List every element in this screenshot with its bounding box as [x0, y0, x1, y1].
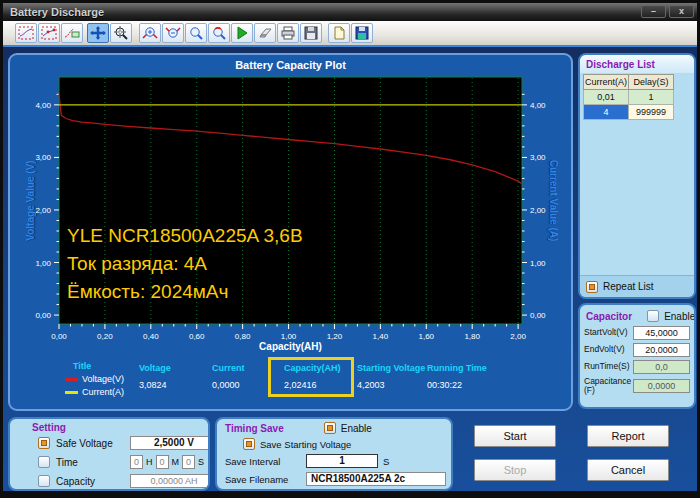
- save-filename-label: Save Filename: [225, 474, 301, 485]
- safe-voltage-field[interactable]: 2,5000 V: [130, 436, 210, 450]
- svg-text:1,20: 1,20: [327, 332, 343, 341]
- save-interval-label: Save Interval: [225, 456, 301, 467]
- voltage-legend-dash: [65, 378, 78, 381]
- zoom-out-icon[interactable]: [162, 23, 184, 43]
- zoom-window-icon[interactable]: [185, 23, 207, 43]
- close-button[interactable]: x: [669, 5, 694, 18]
- x-axis-label: Capacity(AH): [59, 341, 522, 352]
- legend-item-current: Current(A): [65, 387, 124, 397]
- runtime-field: 0,0: [633, 360, 690, 374]
- save-icon[interactable]: [300, 23, 322, 43]
- svg-text:Ток разряда: 4А: Ток разряда: 4А: [67, 253, 207, 274]
- capacity-label: Capacity: [56, 476, 124, 487]
- discharge-list-title: Discharge List: [580, 55, 694, 73]
- erase-icon[interactable]: [254, 23, 276, 43]
- save-interval-unit: S: [383, 456, 389, 467]
- cancel-button[interactable]: Cancel: [587, 459, 669, 481]
- safe-voltage-checkbox[interactable]: [38, 437, 50, 449]
- col-delay-header[interactable]: Delay(S): [629, 75, 674, 90]
- capacity-limit-field[interactable]: 0,00000 AH: [130, 474, 210, 488]
- legend-item-voltage: Voltage(V): [65, 374, 124, 384]
- curve-points-icon[interactable]: [38, 23, 60, 43]
- stat-current: Current 0,0000: [212, 363, 245, 390]
- save-filename-field[interactable]: NCR18500A225A 2c: [306, 472, 446, 486]
- repeat-list-checkbox[interactable]: [586, 281, 598, 293]
- svg-text:1,00: 1,00: [281, 332, 297, 341]
- content-area: Battery Capacity Plot Voltage Value (V) …: [3, 47, 697, 495]
- run-icon[interactable]: [231, 23, 253, 43]
- capacitance-field: 0,0000: [633, 379, 690, 393]
- stat-running-time-header: Running Time: [427, 363, 487, 373]
- capacitance-label: Capacitance (F): [584, 377, 633, 396]
- stat-capacity-header: Capacity(AH): [284, 363, 341, 373]
- stat-current-header: Current: [212, 363, 245, 373]
- seconds-unit: S: [198, 457, 204, 467]
- svg-text:0,00: 0,00: [51, 332, 67, 341]
- time-hours-field[interactable]: 0: [130, 455, 143, 469]
- zoom-in-icon[interactable]: [139, 23, 161, 43]
- row1-delay-cell[interactable]: 1: [629, 90, 674, 105]
- svg-text:0,60: 0,60: [189, 332, 205, 341]
- stat-starting-voltage-header: Starting Voltage: [357, 363, 425, 373]
- time-checkbox[interactable]: [38, 456, 50, 468]
- report-button[interactable]: Report: [587, 425, 669, 447]
- curve-style-icon[interactable]: [15, 23, 37, 43]
- svg-text:0,00: 0,00: [530, 311, 546, 320]
- svg-text:3,00: 3,00: [530, 153, 546, 162]
- chart-stats-row: Title Voltage(V) Current(A) Voltage 3,08…: [10, 355, 575, 411]
- row1-current-cell[interactable]: 0,01: [584, 90, 629, 105]
- endvolt-field[interactable]: 20,0000: [633, 343, 690, 357]
- current-legend-dash: [65, 391, 78, 394]
- capacity-checkbox[interactable]: [38, 475, 50, 487]
- table-row[interactable]: 4 999999: [584, 105, 674, 120]
- legend-block: Title Voltage(V) Current(A): [65, 361, 124, 397]
- startvolt-field[interactable]: 45,0000: [633, 326, 690, 340]
- toolbar: [3, 21, 697, 47]
- voltage-legend-label: Voltage(V): [82, 374, 124, 384]
- svg-text:1,00: 1,00: [35, 259, 51, 268]
- stop-button[interactable]: Stop: [474, 459, 556, 481]
- col-current-header[interactable]: Current(A): [584, 75, 629, 90]
- save-starting-voltage-checkbox[interactable]: [243, 438, 255, 450]
- capacitor-enable-checkbox[interactable]: [647, 310, 659, 322]
- time-minutes-field[interactable]: 0: [156, 455, 169, 469]
- legend-title: Title: [65, 361, 124, 371]
- capacitor-panel: Capacitor Enable StartVolt(V) 45,0000 En…: [578, 303, 696, 409]
- svg-text:2,00: 2,00: [510, 332, 526, 341]
- time-seconds-field[interactable]: 0: [182, 455, 195, 469]
- start-button[interactable]: Start: [474, 425, 556, 447]
- svg-text:2,00: 2,00: [530, 206, 546, 215]
- svg-text:1,60: 1,60: [418, 332, 434, 341]
- setting-panel: Setting Safe Voltage 2,5000 V Time 0 H 0…: [8, 417, 210, 491]
- capacitor-title: Capacitor: [586, 311, 632, 322]
- runtime-label: RunTime(S): [584, 362, 633, 371]
- row2-delay-cell[interactable]: 999999: [629, 105, 674, 120]
- timing-save-enable-checkbox[interactable]: [324, 422, 336, 434]
- svg-text:4,00: 4,00: [530, 101, 546, 110]
- save-starting-voltage-label: Save Starting Voltage: [260, 439, 351, 450]
- timing-save-enable-label: Enable: [341, 423, 372, 434]
- minimize-button[interactable]: –: [641, 5, 666, 18]
- pan-icon[interactable]: [87, 23, 109, 43]
- timing-save-title: Timing Save: [225, 423, 284, 434]
- stat-voltage: Voltage 3,0824: [139, 363, 171, 390]
- print-icon[interactable]: [277, 23, 299, 43]
- startvolt-label: StartVolt(V): [584, 328, 633, 337]
- battery-capacity-plot[interactable]: 0,000,200,400,600,801,001,201,401,601,80…: [10, 69, 575, 355]
- save-data-icon[interactable]: [351, 23, 373, 43]
- table-row[interactable]: 0,01 1: [584, 90, 674, 105]
- row2-current-cell[interactable]: 4: [584, 105, 629, 120]
- zoom-area-icon[interactable]: [110, 23, 132, 43]
- zoom-reset-icon[interactable]: [208, 23, 230, 43]
- stat-capacity-value: 2,02416: [284, 380, 341, 390]
- stat-running-time-value: 00:30:22: [427, 380, 487, 390]
- stat-current-value: 0,0000: [212, 380, 245, 390]
- stat-starting-voltage: Starting Voltage 4,2003: [357, 363, 425, 390]
- curve-legend-icon[interactable]: [61, 23, 83, 43]
- save-interval-field[interactable]: 1: [306, 454, 378, 468]
- svg-text:YLE NCR18500A225A 3,6В: YLE NCR18500A225A 3,6В: [67, 225, 303, 246]
- stat-voltage-header: Voltage: [139, 363, 171, 373]
- discharge-table[interactable]: Current(A) Delay(S) 0,01 1 4 999999: [583, 74, 674, 120]
- svg-text:0,80: 0,80: [235, 332, 251, 341]
- new-report-icon[interactable]: [328, 23, 350, 43]
